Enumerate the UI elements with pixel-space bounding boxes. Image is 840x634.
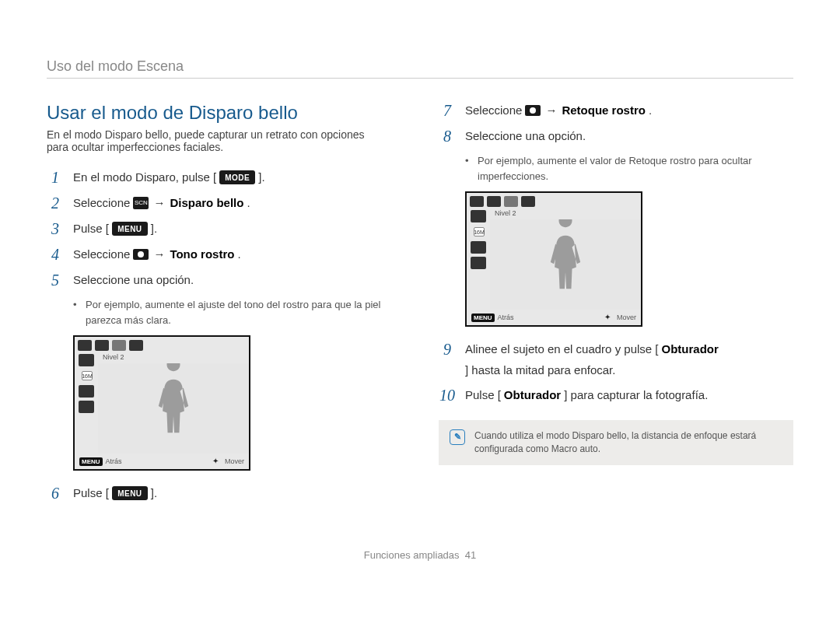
step-body: Pulse [Obturador] para capturar la fotog… [465,387,793,405]
camera-icon [133,249,149,260]
arrow-icon: → [153,246,165,264]
steps-right-after: 9 Alinee el sujeto en el cuadro y pulse … [439,341,793,405]
step-body: Alinee el sujeto en el cuadro y pulse [O… [465,341,793,379]
steps-right: 7 Seleccione → Retoque rostro. 8 Selecci… [439,102,793,145]
info-box: ✎ Cuando utiliza el modo Disparo bello, … [439,420,793,465]
step-body: Pulse [ MENU ]. [73,220,401,238]
bullet-text: Por ejemplo, aumente el valor de Retoque… [465,153,793,184]
info-text: Cuando utiliza el modo Disparo bello, la… [474,429,782,456]
device-preview: 16M Nivel 2 MENU Atrás Mover [73,335,250,471]
step-number: 4 [47,246,64,264]
step-number: 5 [47,271,64,289]
page-title: Usar el modo de Disparo bello [47,102,401,124]
person-silhouette-icon [541,219,590,305]
nav-icon [604,313,614,322]
step-number: 2 [47,194,64,212]
breadcrumb: Uso del modo Escena [47,58,793,75]
device-side-icons: 16M [467,207,490,310]
step-body: En el modo Disparo, pulse [ MODE ]. [73,169,401,187]
device-stage [490,219,641,310]
step-body: Seleccione SCN → Disparo bello. [73,194,401,212]
nav-icon [212,457,222,466]
step-number: 8 [439,128,456,145]
step-number: 6 [47,485,64,503]
device-top-tabs [467,193,641,207]
device-footer: MENU Atrás Mover [75,454,249,469]
device-level-label: Nivel 2 [98,351,249,363]
page-footer: Funciones ampliadas 41 [47,549,793,561]
step-number: 1 [47,169,64,187]
step-body: Seleccione una opción. [465,128,793,145]
camera-icon [525,105,541,116]
step-body: Pulse [ MENU ]. [73,485,401,503]
steps-left: 1 En el modo Disparo, pulse [ MODE ]. 2 … [47,169,401,289]
mode-button-icon: MODE [219,170,255,184]
step-number: 10 [439,387,456,405]
person-silhouette-icon [149,363,198,449]
steps-left-after: 6 Pulse [ MENU ]. [47,485,401,503]
menu-button-icon: MENU [112,486,148,500]
divider [47,78,793,79]
device-footer: MENU Atrás Mover [467,310,641,325]
step-number: 7 [439,102,456,120]
device-side-icons: 16M [75,351,98,454]
step-body: Seleccione una opción. [73,271,401,289]
step-number: 3 [47,220,64,238]
info-icon: ✎ [450,429,465,445]
device-preview: 16M Nivel 2 MENU Atrás Mover [465,191,642,327]
step-body: Seleccione → Retoque rostro. [465,102,793,120]
arrow-icon: → [545,102,557,120]
bullet-text: Por ejemplo, aumente el ajuste del tono … [73,297,401,328]
menu-button-icon: MENU [112,222,148,236]
intro-text: En el modo Disparo bello, puede capturar… [47,128,373,153]
device-stage [98,363,249,454]
arrow-icon: → [153,194,165,212]
step-body: Seleccione → Tono rostro. [73,246,401,264]
device-level-label: Nivel 2 [490,207,641,219]
step-number: 9 [439,341,456,359]
device-top-tabs [75,337,249,351]
scn-icon: SCN [133,197,149,209]
